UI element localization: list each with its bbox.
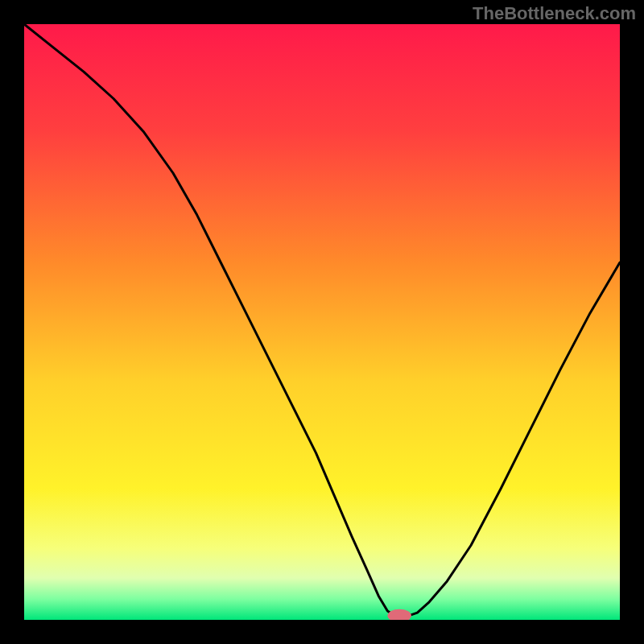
chart-svg [24,24,620,620]
gradient-background [24,24,620,620]
chart-frame: TheBottleneck.com [0,0,644,644]
plot-area [24,24,620,620]
watermark-text: TheBottleneck.com [473,3,636,24]
